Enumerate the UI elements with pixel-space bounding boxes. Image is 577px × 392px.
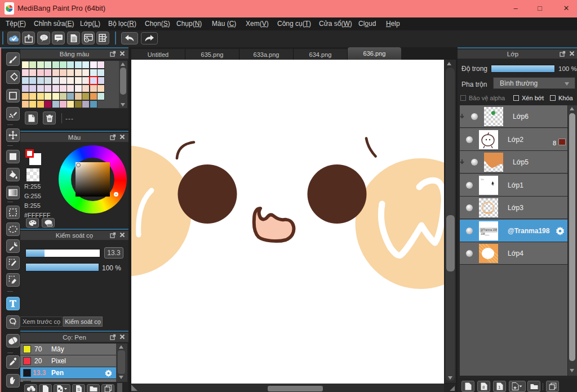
svg-text:198___: 198___ (481, 233, 490, 235)
svg-text:@Tranma 198: @Tranma 198 (481, 229, 497, 231)
svg-text:Sih: Sih (481, 178, 484, 181)
svg-text:8: 8 (482, 385, 485, 390)
svg-text:1: 1 (498, 385, 501, 390)
svg-text:S: S (77, 387, 80, 392)
